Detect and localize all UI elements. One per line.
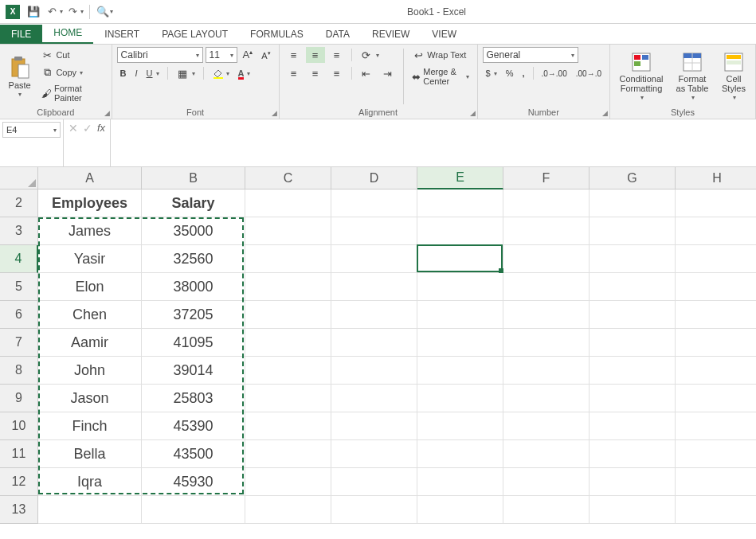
cell-G13[interactable] — [590, 496, 676, 524]
cell-C9[interactable] — [245, 385, 331, 412]
cell-E12[interactable] — [417, 468, 503, 496]
cell-F11[interactable] — [503, 440, 590, 468]
cell-A11[interactable]: Bella — [38, 440, 142, 468]
cell-A7[interactable]: Aamir — [38, 329, 142, 357]
cell-D11[interactable] — [331, 440, 417, 468]
cell-D10[interactable] — [331, 412, 417, 440]
cell-H6[interactable] — [676, 301, 756, 329]
align-middle-button[interactable]: ≡ — [306, 47, 325, 63]
row-header-3[interactable]: 3 — [0, 217, 38, 245]
cell-B2[interactable]: Salary — [142, 189, 245, 217]
bold-button[interactable]: B — [117, 65, 130, 81]
row-header-4[interactable]: 4 — [0, 245, 38, 273]
cell-E2[interactable] — [417, 189, 503, 217]
column-header-E[interactable]: E — [417, 167, 503, 189]
font-size-combo[interactable]: 11▾ — [206, 47, 237, 63]
row-header-10[interactable]: 10 — [0, 412, 38, 440]
cell-A12[interactable]: Iqra — [38, 468, 142, 496]
print-preview-button[interactable]: 🔍▾ — [95, 2, 114, 21]
cell-E10[interactable] — [417, 412, 503, 440]
cell-D7[interactable] — [331, 329, 417, 357]
cell-B11[interactable]: 43500 — [142, 440, 245, 468]
cell-F9[interactable] — [503, 385, 590, 412]
tab-file[interactable]: FILE — [0, 25, 42, 44]
cell-H10[interactable] — [676, 412, 756, 440]
cell-G12[interactable] — [590, 468, 676, 496]
format-as-table-button[interactable]: Format as Table▾ — [671, 47, 714, 106]
cell-styles-button[interactable]: Cell Styles▾ — [717, 47, 750, 106]
row-header-6[interactable]: 6 — [0, 301, 38, 329]
number-format-combo[interactable]: General▾ — [483, 47, 578, 63]
align-center-button[interactable]: ≡ — [306, 65, 325, 81]
font-dialog-launcher[interactable]: ◢ — [272, 109, 277, 117]
cells-area[interactable]: EmployeesSalaryJames35000Yasir32560Elon3… — [38, 189, 756, 524]
cut-button[interactable]: ✂Cut — [37, 47, 106, 63]
row-header-9[interactable]: 9 — [0, 385, 38, 412]
number-dialog-launcher[interactable]: ◢ — [602, 109, 608, 117]
redo-button[interactable]: ↷▾ — [65, 2, 84, 21]
cell-E7[interactable] — [417, 329, 503, 357]
cell-G10[interactable] — [590, 412, 676, 440]
enter-formula-button[interactable]: ✓ — [83, 122, 92, 135]
row-header-5[interactable]: 5 — [0, 273, 38, 301]
accounting-format-button[interactable]: $▾ — [483, 65, 500, 81]
cell-D2[interactable] — [331, 189, 417, 217]
cell-H4[interactable] — [676, 245, 756, 273]
cell-B6[interactable]: 37205 — [142, 301, 245, 329]
cell-E13[interactable] — [417, 496, 503, 524]
tab-view[interactable]: VIEW — [421, 25, 468, 44]
underline-button[interactable]: U▾ — [143, 65, 163, 81]
cell-F7[interactable] — [503, 329, 590, 357]
excel-app-icon[interactable]: X — [3, 2, 22, 21]
cell-H12[interactable] — [676, 468, 756, 496]
undo-button[interactable]: ↶▾ — [45, 2, 64, 21]
cell-A13[interactable] — [38, 496, 142, 524]
cell-A8[interactable]: John — [38, 357, 142, 385]
cell-D6[interactable] — [331, 301, 417, 329]
cell-G6[interactable] — [590, 301, 676, 329]
row-header-2[interactable]: 2 — [0, 189, 38, 217]
percent-format-button[interactable]: % — [503, 65, 517, 81]
cell-C8[interactable] — [245, 357, 331, 385]
column-header-F[interactable]: F — [503, 167, 590, 189]
name-box[interactable]: E4▾ — [2, 122, 61, 138]
cell-C6[interactable] — [245, 301, 331, 329]
increase-indent-button[interactable]: ⇥ — [378, 65, 398, 81]
formula-input[interactable] — [111, 119, 756, 166]
cell-C2[interactable] — [245, 189, 331, 217]
tab-review[interactable]: REVIEW — [361, 25, 421, 44]
cell-B4[interactable]: 32560 — [142, 245, 245, 273]
save-button[interactable]: 💾 — [24, 2, 43, 21]
cell-B12[interactable]: 45930 — [142, 468, 245, 496]
cell-G5[interactable] — [590, 273, 676, 301]
column-header-C[interactable]: C — [245, 167, 331, 189]
cell-H11[interactable] — [676, 440, 756, 468]
select-all-corner[interactable] — [0, 167, 38, 189]
cell-E8[interactable] — [417, 357, 503, 385]
copy-button[interactable]: ⧉Copy▾ — [37, 64, 106, 80]
cell-G11[interactable] — [590, 440, 676, 468]
row-header-13[interactable]: 13 — [0, 496, 38, 524]
cell-H8[interactable] — [676, 357, 756, 385]
cell-D5[interactable] — [331, 273, 417, 301]
cell-C4[interactable] — [245, 245, 331, 273]
cell-F4[interactable] — [503, 245, 590, 273]
conditional-formatting-button[interactable]: Conditional Formatting▾ — [615, 47, 668, 106]
format-painter-button[interactable]: 🖌Format Painter — [37, 82, 106, 104]
cell-F6[interactable] — [503, 301, 590, 329]
cell-D13[interactable] — [331, 496, 417, 524]
cell-D4[interactable] — [331, 245, 417, 273]
cell-E3[interactable] — [417, 217, 503, 245]
align-bottom-button[interactable]: ≡ — [327, 47, 347, 63]
insert-function-button[interactable]: fx — [97, 122, 105, 134]
cell-H5[interactable] — [676, 273, 756, 301]
decrease-font-button[interactable]: A▾ — [258, 47, 273, 63]
cell-E5[interactable] — [417, 273, 503, 301]
row-header-7[interactable]: 7 — [0, 329, 38, 357]
orientation-button[interactable]: ⟳▾ — [357, 47, 382, 63]
decrease-indent-button[interactable]: ⇤ — [357, 65, 376, 81]
cell-E4[interactable] — [417, 245, 503, 273]
cell-F5[interactable] — [503, 273, 590, 301]
cell-F2[interactable] — [503, 189, 590, 217]
cell-E9[interactable] — [417, 385, 503, 412]
